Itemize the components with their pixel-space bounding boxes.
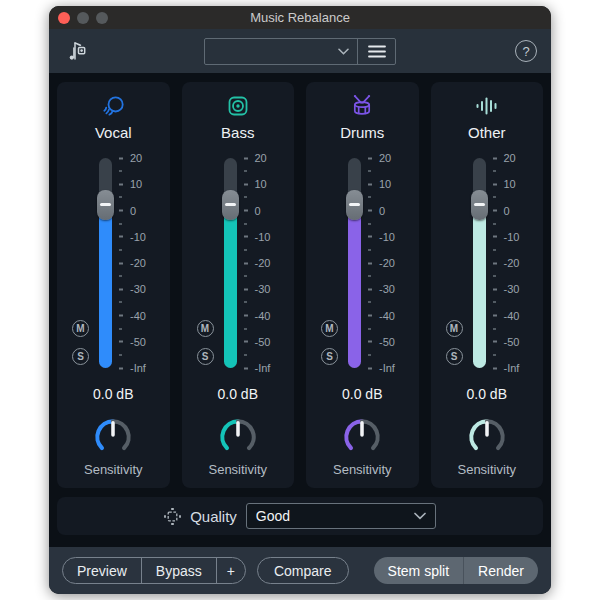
tick--30: -30 xyxy=(119,284,146,295)
tick-0: 0 xyxy=(493,205,510,216)
gain-value[interactable]: 0.0 dB xyxy=(218,386,258,406)
waveform-bars-icon xyxy=(473,92,501,120)
tick--10: -10 xyxy=(493,231,520,242)
tick--30: -30 xyxy=(244,284,271,295)
mute-button[interactable]: M xyxy=(321,320,338,337)
tick-10: 10 xyxy=(119,179,142,190)
gain-value[interactable]: 0.0 dB xyxy=(342,386,382,406)
music-rebalance-window: Music Rebalance xyxy=(49,6,551,594)
tick--20: -20 xyxy=(368,258,395,269)
tick-minor xyxy=(119,354,122,356)
channel-strips: Vocal 20100-10-20-30-40-50-Inf M S 0.0 d… xyxy=(57,82,543,488)
strip-label: Vocal xyxy=(95,124,132,144)
tick-minor xyxy=(493,328,496,330)
preview-button[interactable]: Preview xyxy=(63,558,141,583)
footer-bar: Preview Bypass + Compare Stem split Rend… xyxy=(49,547,551,594)
tick-minor xyxy=(368,301,371,303)
tick-0: 0 xyxy=(368,205,385,216)
bypass-button[interactable]: Bypass xyxy=(141,558,216,583)
preset-menu-button[interactable] xyxy=(357,39,395,64)
preview-bypass-group: Preview Bypass + xyxy=(62,557,246,584)
sensitivity-knob[interactable] xyxy=(90,414,136,460)
solo-button[interactable]: S xyxy=(321,348,338,365)
tick-20: 20 xyxy=(368,153,391,164)
tick-minor xyxy=(119,249,122,251)
tick--10: -10 xyxy=(368,231,395,242)
mute-button[interactable]: M xyxy=(72,320,89,337)
fader-handle[interactable] xyxy=(97,190,114,220)
tick-20: 20 xyxy=(244,153,267,164)
preset-select[interactable] xyxy=(205,39,357,64)
tick-minor xyxy=(119,196,122,198)
strip-vocal: Vocal 20100-10-20-30-40-50-Inf M S 0.0 d… xyxy=(57,82,170,488)
tick-minor xyxy=(368,275,371,277)
fader-handle[interactable] xyxy=(222,190,239,220)
sensitivity-label: Sensitivity xyxy=(457,462,516,477)
tick-20: 20 xyxy=(493,153,516,164)
tick-minor xyxy=(244,301,247,303)
sensitivity-knob[interactable] xyxy=(339,414,385,460)
tick--40: -40 xyxy=(493,310,520,321)
tick--40: -40 xyxy=(119,310,146,321)
tick-minor xyxy=(493,275,496,277)
toolbar: ? xyxy=(49,29,551,73)
tick-minor xyxy=(244,170,247,172)
quality-value: Good xyxy=(256,508,290,524)
tick-minor xyxy=(244,249,247,251)
fader-fill xyxy=(224,211,237,368)
solo-button[interactable]: S xyxy=(72,348,89,365)
tick--30: -30 xyxy=(368,284,395,295)
mute-button[interactable]: M xyxy=(446,320,463,337)
tick-minor xyxy=(119,275,122,277)
quality-select[interactable]: Good xyxy=(246,503,436,529)
mute-button[interactable]: M xyxy=(197,320,214,337)
tick-minor xyxy=(244,328,247,330)
fader-handle[interactable] xyxy=(346,190,363,220)
sensitivity-label: Sensitivity xyxy=(84,462,143,477)
tick-minor xyxy=(244,275,247,277)
tick-minor xyxy=(119,301,122,303)
titlebar: Music Rebalance xyxy=(49,6,551,29)
bass-speaker-icon xyxy=(224,92,252,120)
solo-button[interactable]: S xyxy=(446,348,463,365)
compare-button[interactable]: Compare xyxy=(257,557,349,584)
tick-0: 0 xyxy=(119,205,136,216)
tick--20: -20 xyxy=(119,258,146,269)
solo-button[interactable]: S xyxy=(197,348,214,365)
drums-icon xyxy=(348,92,376,120)
drums-fader: 20100-10-20-30-40-50-Inf M S xyxy=(306,152,419,376)
stem-split-button[interactable]: Stem split xyxy=(374,557,463,584)
tick-minor xyxy=(368,170,371,172)
main-content: Vocal 20100-10-20-30-40-50-Inf M S 0.0 d… xyxy=(49,73,551,547)
gain-value[interactable]: 0.0 dB xyxy=(93,386,133,406)
tick--20: -20 xyxy=(244,258,271,269)
window-title: Music Rebalance xyxy=(49,10,551,25)
tick-minor xyxy=(493,249,496,251)
sensitivity-knob[interactable] xyxy=(464,414,510,460)
bass-fader: 20100-10-20-30-40-50-Inf M S xyxy=(182,152,295,376)
other-fader: 20100-10-20-30-40-50-Inf M S xyxy=(431,152,544,376)
tick--40: -40 xyxy=(368,310,395,321)
chevron-down-icon xyxy=(414,512,426,520)
tick-minor xyxy=(368,196,371,198)
tick--20: -20 xyxy=(493,258,520,269)
fader-handle[interactable] xyxy=(471,190,488,220)
tick--50: -50 xyxy=(119,336,146,347)
sensitivity-label: Sensitivity xyxy=(208,462,267,477)
strip-label: Other xyxy=(468,124,506,144)
help-button[interactable]: ? xyxy=(515,40,537,62)
render-button[interactable]: Render xyxy=(463,557,538,584)
tick--30: -30 xyxy=(493,284,520,295)
tick-minor xyxy=(368,328,371,330)
tick--50: -50 xyxy=(493,336,520,347)
tick-minor xyxy=(244,196,247,198)
tick-minor xyxy=(244,223,247,225)
tick--50: -50 xyxy=(368,336,395,347)
gain-value[interactable]: 0.0 dB xyxy=(467,386,507,406)
tick--50: -50 xyxy=(244,336,271,347)
add-preview-button[interactable]: + xyxy=(216,558,245,583)
preset-control xyxy=(204,38,396,65)
sensitivity-knob[interactable] xyxy=(215,414,261,460)
tick-minor xyxy=(244,354,247,356)
fader-fill xyxy=(99,211,112,368)
